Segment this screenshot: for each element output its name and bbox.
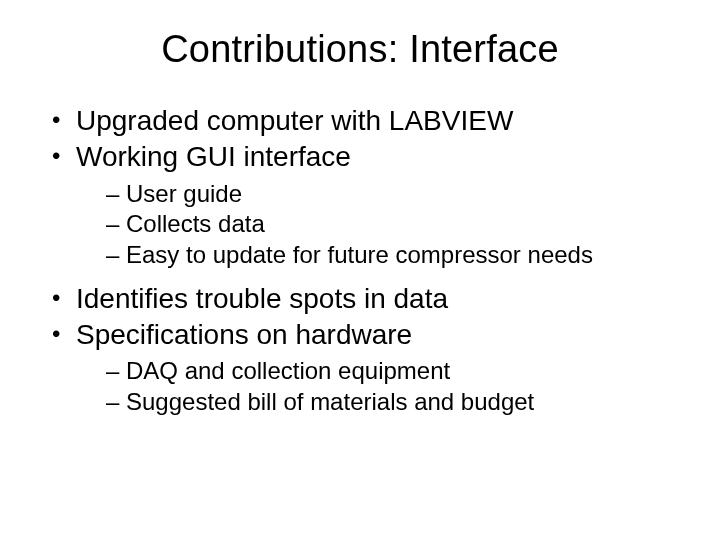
- sub-bullet-item: Collects data: [106, 209, 680, 240]
- sub-bullet-list: User guide Collects data Easy to update …: [76, 179, 680, 271]
- slide-title: Contributions: Interface: [40, 28, 680, 71]
- sub-bullet-item: Easy to update for future compressor nee…: [106, 240, 680, 271]
- slide: Contributions: Interface Upgraded comput…: [0, 0, 720, 540]
- sub-bullet-item: Suggested bill of materials and budget: [106, 387, 680, 418]
- bullet-list: Upgraded computer with LABVIEW Working G…: [40, 103, 680, 418]
- bullet-item: Identifies trouble spots in data: [48, 281, 680, 317]
- sub-bullet-text: Suggested bill of materials and budget: [126, 388, 534, 415]
- sub-bullet-list: DAQ and collection equipment Suggested b…: [76, 356, 680, 417]
- sub-bullet-text: Collects data: [126, 210, 265, 237]
- sub-bullet-text: User guide: [126, 180, 242, 207]
- sub-bullet-text: Easy to update for future compressor nee…: [126, 241, 593, 268]
- bullet-item: Specifications on hardware DAQ and colle…: [48, 317, 680, 418]
- sub-bullet-text: DAQ and collection equipment: [126, 357, 450, 384]
- bullet-text: Identifies trouble spots in data: [76, 283, 448, 314]
- bullet-item: Upgraded computer with LABVIEW: [48, 103, 680, 139]
- sub-bullet-item: DAQ and collection equipment: [106, 356, 680, 387]
- bullet-text: Upgraded computer with LABVIEW: [76, 105, 513, 136]
- sub-bullet-item: User guide: [106, 179, 680, 210]
- bullet-text: Working GUI interface: [76, 141, 351, 172]
- bullet-item: Working GUI interface User guide Collect…: [48, 139, 680, 271]
- bullet-text: Specifications on hardware: [76, 319, 412, 350]
